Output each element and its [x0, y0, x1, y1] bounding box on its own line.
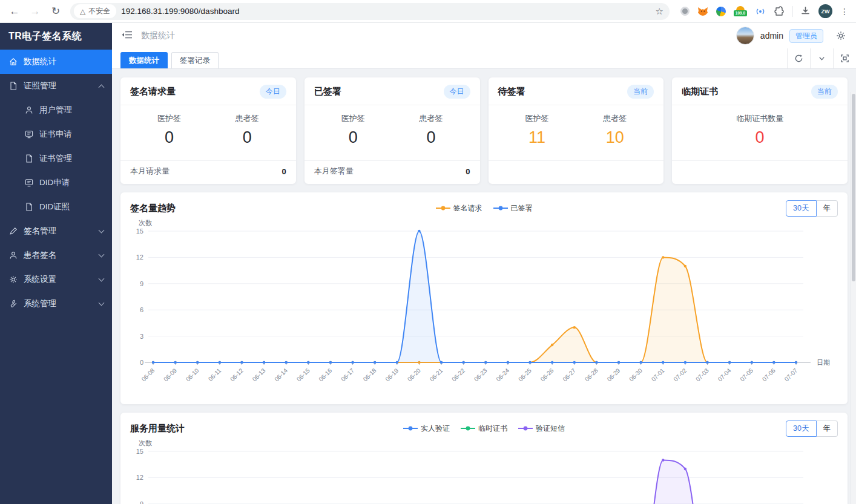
svg-text:06-11: 06-11 [207, 367, 223, 382]
content-scrollbar[interactable] [851, 92, 856, 504]
browser-reload-button[interactable]: ↻ [50, 5, 62, 18]
metamask-fox-icon[interactable] [697, 6, 708, 16]
tab-options-chevron[interactable] [810, 48, 833, 68]
browser-forward-button[interactable]: → [29, 5, 41, 18]
svg-text:06-25: 06-25 [517, 367, 533, 382]
svg-text:06-24: 06-24 [495, 367, 510, 382]
metric-expiring-count: 临期证书数量 0 [736, 113, 783, 147]
broadcast-icon[interactable] [755, 7, 766, 16]
legend-item[interactable]: 临时证书 [461, 424, 507, 434]
legend-item[interactable]: 已签署 [493, 203, 533, 214]
svg-text:9: 9 [140, 280, 143, 287]
metric-patient-sign: 患者签 0 [420, 113, 443, 147]
stat-card-pending: 待签署 当前 医护签 11 患者签 10 [489, 77, 664, 184]
sidebar-item-system-mgmt[interactable]: 系统管理 [0, 292, 112, 316]
chevron-down-icon [99, 227, 105, 234]
svg-text:12: 12 [136, 474, 143, 481]
stat-card-sign-requests: 签名请求量 今日 医护签 0 患者签 0 [120, 77, 296, 184]
svg-text:07-01: 07-01 [650, 367, 666, 382]
service-usage-chart: 0369121506-0806-0906-1006-1106-1206-1306… [130, 439, 838, 504]
svg-text:07-03: 07-03 [694, 367, 710, 382]
svg-text:06-29: 06-29 [606, 367, 622, 382]
refresh-button[interactable] [787, 48, 810, 68]
scrollbar-thumb[interactable] [852, 94, 855, 281]
svg-text:06-12: 06-12 [229, 367, 245, 382]
legend-label: 签名请求 [453, 203, 482, 214]
legend-marker-icon [403, 425, 418, 431]
bookmark-star-icon[interactable]: ☆ [656, 6, 663, 17]
svg-text:06-28: 06-28 [584, 367, 599, 382]
breadcrumb: 数据统计 [141, 30, 736, 41]
legend-label: 实人验证 [421, 424, 450, 434]
legend-item[interactable]: 验证短信 [518, 424, 565, 434]
svg-text:06-08: 06-08 [140, 367, 156, 382]
tab-sign-records[interactable]: 签署记录 [171, 52, 219, 68]
range-30d-button[interactable]: 30天 [786, 200, 816, 217]
range-year-button[interactable]: 年 [817, 421, 838, 437]
downloads-icon[interactable] [800, 6, 811, 16]
extension-109-icon[interactable]: 109.0 [734, 6, 747, 16]
range-toggle: 30天 年 [565, 421, 838, 437]
footer-label: 本月请求量 [130, 166, 170, 177]
sidebar-item-dashboard[interactable]: 数据统计 [0, 50, 112, 74]
chevron-down-icon [99, 252, 105, 258]
range-toggle: 30天 年 [533, 200, 838, 217]
card-title: 待签署 [498, 86, 525, 97]
user-avatar[interactable] [736, 27, 754, 45]
footer-value: 0 [466, 167, 470, 176]
extension-pie-icon[interactable] [716, 7, 726, 16]
sidebar-item-did-apply[interactable]: DID申请 [0, 171, 112, 195]
cert-apply-icon [24, 129, 34, 139]
metric-medical-sign: 医护签 0 [341, 113, 365, 147]
chevron-down-icon [99, 300, 105, 306]
svg-text:06-30: 06-30 [628, 367, 644, 382]
security-chip[interactable]: △ 不安全 [74, 4, 116, 18]
document-icon [24, 202, 34, 212]
settings-gear-icon[interactable] [835, 30, 846, 41]
browser-menu-icon[interactable]: ⋮ [840, 7, 849, 16]
legend-marker-icon [493, 205, 508, 211]
address-bar[interactable]: △ 不安全 192.168.31.199:9080/dashboard ☆ [70, 3, 670, 20]
metric-patient-sign: 患者签 0 [235, 113, 259, 147]
sidebar-item-system-settings[interactable]: 系统设置 [0, 267, 112, 292]
sidebar-item-signature-mgmt[interactable]: 签名管理 [0, 219, 112, 243]
sidebar-item-cert-apply[interactable]: 证书申请 [0, 122, 112, 146]
extension-cluster: 109.0 ZW ⋮ [678, 4, 849, 18]
tab-data-statistics[interactable]: 数据统计 [120, 52, 168, 68]
sidebar: TR电子签名系统 数据统计 证照管理 用户管理 证书申请 证书管理 DID申请 [0, 23, 112, 504]
sidebar-item-did-license[interactable]: DID证照 [0, 195, 112, 219]
fullscreen-button[interactable] [833, 48, 856, 68]
svg-text:12: 12 [136, 254, 143, 261]
svg-text:06-16: 06-16 [318, 367, 334, 382]
extension-109-badge: 109.0 [734, 10, 747, 16]
range-year-button[interactable]: 年 [817, 200, 838, 217]
url-text: 192.168.31.199:9080/dashboard [121, 7, 650, 16]
legend-item[interactable]: 实人验证 [403, 424, 450, 434]
svg-text:0: 0 [140, 359, 143, 366]
dashboard-content: 签名请求量 今日 医护签 0 患者签 0 [112, 69, 856, 504]
svg-text:07-06: 07-06 [761, 367, 777, 382]
extension-gray-icon[interactable] [680, 7, 690, 16]
sidebar-item-user-mgmt[interactable]: 用户管理 [0, 98, 112, 122]
username[interactable]: admin [760, 31, 783, 41]
browser-back-button[interactable]: ← [8, 5, 21, 18]
document-icon [24, 154, 34, 163]
sidebar-collapse-icon[interactable] [122, 30, 133, 42]
svg-text:06-22: 06-22 [450, 367, 466, 382]
period-badge: 今日 [444, 85, 470, 99]
gear-icon [8, 275, 18, 284]
svg-text:07-02: 07-02 [672, 367, 688, 382]
role-badge[interactable]: 管理员 [789, 29, 823, 43]
range-30d-button[interactable]: 30天 [786, 421, 816, 437]
chart-title: 服务用量统计 [130, 423, 403, 434]
svg-text:06-13: 06-13 [251, 367, 267, 382]
browser-profile-avatar[interactable]: ZW [818, 4, 832, 18]
extensions-puzzle-icon[interactable] [774, 6, 784, 16]
sidebar-item-patient-signature[interactable]: 患者签名 [0, 243, 112, 267]
svg-text:15: 15 [136, 227, 143, 235]
chevron-down-icon [99, 276, 105, 282]
legend-item[interactable]: 签名请求 [436, 203, 482, 214]
sidebar-item-license-mgmt[interactable]: 证照管理 [0, 74, 112, 98]
legend-label: 已签署 [511, 203, 533, 214]
sidebar-item-cert-mgmt[interactable]: 证书管理 [0, 146, 112, 171]
